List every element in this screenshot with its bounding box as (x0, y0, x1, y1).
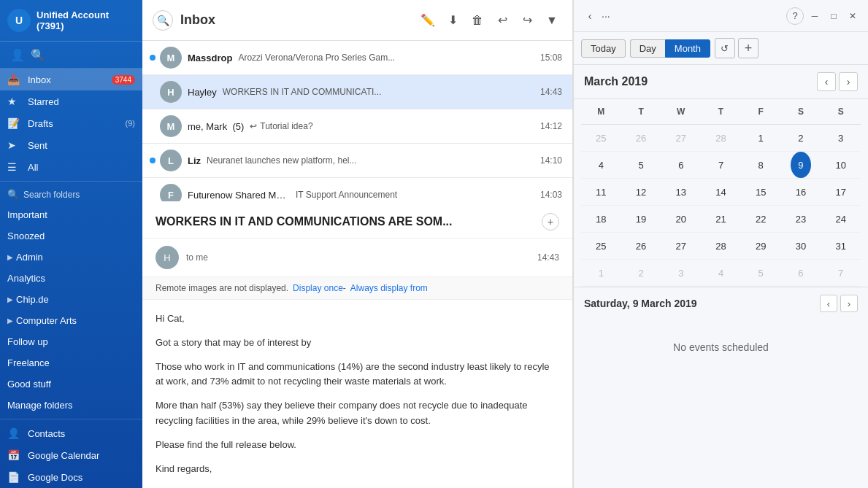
calendar-day[interactable]: 12 (621, 179, 661, 205)
sidebar-item-analytics[interactable]: Analytics (0, 268, 142, 289)
search-button[interactable]: 🔍 (153, 10, 173, 31)
display-once-link[interactable]: Display once (293, 283, 343, 293)
sidebar-item-computer-arts[interactable]: ▶ Computer Arts (0, 310, 142, 331)
calendar-day[interactable]: 10 (821, 152, 861, 178)
calendar-day[interactable]: 27 (661, 125, 701, 151)
minimize-button[interactable]: ─ (807, 8, 823, 24)
today-button[interactable]: Today (581, 39, 626, 58)
calendar-day[interactable]: 24 (821, 206, 861, 232)
help-button[interactable]: ? (786, 7, 804, 25)
calendar-day[interactable]: 28 (701, 233, 741, 259)
calendar-more-button[interactable]: ··· (602, 10, 610, 22)
delete-button[interactable]: 🗑 (467, 10, 488, 31)
email-row[interactable]: M Massdrop Arozzi Verona/Verona Pro Seri… (142, 41, 572, 75)
sidebar-item-sent[interactable]: ➤ Sent (0, 134, 142, 156)
calendar-day[interactable]: 4 (581, 152, 621, 178)
sidebar-item-starred[interactable]: ★ Starred (0, 90, 142, 112)
email-row[interactable]: L Liz Neuranet launches new platform, he… (142, 144, 572, 178)
sidebar-item-snoozed[interactable]: Snoozed (0, 225, 142, 247)
always-display-link[interactable]: Always display from (350, 283, 428, 293)
dow-t: T (621, 104, 661, 120)
calendar-day[interactable]: 29 (741, 233, 781, 259)
calendar-day[interactable]: 15 (741, 179, 781, 205)
calendar-day[interactable]: 13 (661, 179, 701, 205)
calendar-day[interactable]: 19 (621, 206, 661, 232)
calendar-day[interactable]: 18 (581, 206, 621, 232)
day-of-week-row: M T W T F S S (581, 99, 861, 125)
calendar-day[interactable]: 1 (581, 260, 621, 286)
calendar-day[interactable]: 3 (821, 125, 861, 151)
sidebar-item-chip-de[interactable]: ▶ Chip.de (0, 289, 142, 310)
sidebar-item-google-calendar[interactable]: 📅 Google Calendar (0, 444, 142, 466)
sidebar-item-inbox[interactable]: 📥 Inbox 3744 (0, 69, 142, 90)
download-button[interactable]: ⬇ (442, 10, 463, 31)
day-button[interactable]: Day (630, 39, 665, 58)
maximize-button[interactable]: □ (826, 8, 842, 24)
sidebar-item-all[interactable]: ☰ All (0, 156, 142, 178)
calendar-day[interactable]: 8 (741, 152, 781, 178)
calendar-day[interactable]: 26 (621, 233, 661, 259)
add-tag-button[interactable]: + (542, 213, 559, 231)
calendar-day[interactable]: 16 (781, 179, 821, 205)
calendar-day[interactable]: 6 (661, 152, 701, 178)
sidebar-item-freelance[interactable]: Freelance (0, 352, 142, 373)
calendar-day[interactable]: 31 (821, 233, 861, 259)
calendar-day[interactable]: 4 (701, 260, 741, 286)
prev-month-button[interactable]: ‹ (817, 72, 836, 91)
add-event-button[interactable]: + (738, 38, 758, 58)
month-button[interactable]: Month (665, 39, 710, 58)
calendar-day[interactable]: 6 (781, 260, 821, 286)
calendar-day[interactable]: 27 (661, 233, 701, 259)
calendar-day[interactable]: 1 (741, 125, 781, 151)
person-icon[interactable]: 👤 (7, 44, 28, 65)
calendar-day[interactable]: 2 (781, 125, 821, 151)
calendar-day[interactable]: 2 (621, 260, 661, 286)
calendar-week: 4 5 6 7 8 9 10 (581, 152, 861, 179)
calendar-day[interactable]: 25 (581, 233, 621, 259)
calendar-day[interactable]: 5 (621, 152, 661, 178)
calendar-day[interactable]: 20 (661, 206, 701, 232)
account-name: Unified Account (7391) (37, 9, 135, 31)
sidebar-item-google-docs[interactable]: 📄 Google Docs (0, 466, 142, 488)
calendar-day[interactable]: 5 (741, 260, 781, 286)
sender-name: Liz (188, 155, 201, 166)
close-button[interactable]: ✕ (845, 8, 861, 24)
compose-button[interactable]: ✏️ (418, 10, 438, 31)
sidebar-item-manage-folders[interactable]: Manage folders (0, 395, 142, 416)
sidebar-item-label: Starred (28, 96, 135, 107)
refresh-button[interactable]: ↺ (715, 38, 735, 58)
sidebar-item-important[interactable]: Important (0, 204, 142, 225)
calendar-day[interactable]: 3 (661, 260, 701, 286)
calendar-day[interactable]: 17 (821, 179, 861, 205)
calendar-day[interactable]: 22 (741, 206, 781, 232)
search-folders-row[interactable]: 🔍 Search folders (0, 185, 142, 204)
prev-day-button[interactable]: ‹ (820, 295, 837, 312)
contacts-icon[interactable]: 🔍 (28, 44, 48, 65)
sidebar-item-follow-up[interactable]: Follow up (0, 331, 142, 352)
more-button[interactable]: ▼ (542, 10, 562, 31)
next-month-button[interactable]: › (839, 72, 858, 91)
sidebar-item-contacts[interactable]: 👤 Contacts (0, 422, 142, 444)
calendar-back-button[interactable]: ‹ (581, 7, 599, 25)
calendar-day[interactable]: 30 (781, 233, 821, 259)
calendar-day[interactable]: 25 (581, 125, 621, 151)
calendar-day[interactable]: 14 (701, 179, 741, 205)
calendar-day[interactable]: 7 (821, 260, 861, 286)
sidebar-item-admin[interactable]: ▶ Admin (0, 247, 142, 268)
calendar-day-today[interactable]: 9 (791, 152, 811, 178)
calendar-day[interactable]: 23 (781, 206, 821, 232)
email-row[interactable]: F Futurenow Shared Mailbox IT Support An… (142, 178, 572, 201)
calendar-day[interactable]: 11 (581, 179, 621, 205)
calendar-day[interactable]: 28 (701, 125, 741, 151)
sidebar-item-good-stuff[interactable]: Good stuff (0, 373, 142, 395)
email-row[interactable]: H Hayley WORKERS IN IT AND COMMUNICATI..… (142, 75, 572, 109)
reply-button[interactable]: ↩ (492, 10, 512, 31)
calendar-day[interactable]: 21 (701, 206, 741, 232)
calendar-day[interactable]: 26 (621, 125, 661, 151)
sidebar-item-drafts[interactable]: 📝 Drafts (9) (0, 112, 142, 134)
forward-button[interactable]: ↪ (517, 10, 537, 31)
calendar-day[interactable]: 7 (701, 152, 741, 178)
email-row[interactable]: M me, Mark (5) ↩ Tutorial idea? 14:12 (142, 109, 572, 144)
remote-images-text: Remote images are not displayed. (155, 283, 288, 293)
next-day-button[interactable]: › (840, 295, 858, 312)
